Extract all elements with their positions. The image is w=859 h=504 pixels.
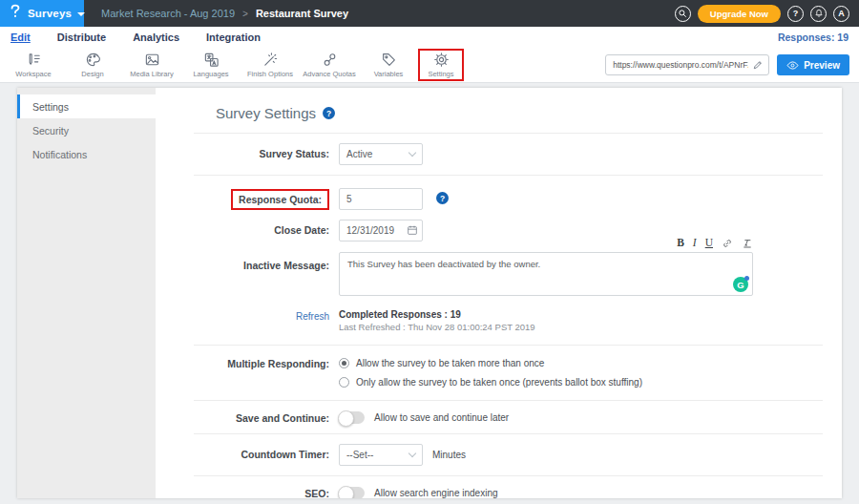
seo-toggle[interactable] — [339, 487, 365, 498]
breadcrumb-separator: > — [242, 9, 248, 19]
links-icon — [322, 52, 338, 68]
survey-url-box — [605, 54, 769, 75]
wand-icon — [262, 52, 279, 68]
image-icon — [144, 52, 160, 68]
translate-icon — [203, 52, 220, 68]
toolbar-item-advance-quotas[interactable]: Advance Quotas — [300, 50, 359, 80]
radio-option-once[interactable]: Only allow the survey to be taken once (… — [339, 377, 642, 388]
refresh-row: Refresh Completed Responses : 19 Last Re… — [194, 304, 823, 337]
nav-tab-edit[interactable]: Edit — [10, 32, 31, 43]
responses-count[interactable]: Responses: 19 — [778, 32, 849, 43]
inactive-message-row: Inactive Message: B I U — [194, 246, 823, 304]
grammarly-icon[interactable]: G — [733, 277, 748, 292]
radio-option-multiple[interactable]: Allow the survey to be taken more than o… — [339, 358, 544, 368]
nav-tab-analytics[interactable]: Analytics — [133, 32, 179, 43]
response-quota-row: Response Quota: ? — [194, 183, 823, 215]
notifications-button[interactable] — [810, 6, 827, 22]
search-button[interactable] — [675, 6, 691, 22]
inactive-message-label: Inactive Message: — [194, 251, 339, 300]
gear-icon — [433, 52, 450, 68]
eye-icon — [786, 60, 799, 71]
sidebar-item-settings[interactable]: Settings — [17, 94, 156, 118]
surveys-menu-label: Surveys — [28, 8, 72, 19]
sidebar-item-security[interactable]: Security — [17, 118, 156, 142]
countdown-timer-label: Countdown Timer: — [194, 444, 339, 466]
survey-status-row: Survey Status: Active — [194, 133, 823, 175]
multiple-responding-label: Multiple Responding: — [194, 358, 339, 388]
toolbar-item-finish-options[interactable]: Finish Options — [241, 50, 300, 80]
completed-responses: Completed Responses : 19 — [339, 309, 535, 320]
surveys-menu[interactable]: Surveys — [0, 0, 84, 27]
title-help-icon[interactable]: ? — [323, 107, 335, 119]
toolbar-item-workspace[interactable]: Workspace — [4, 50, 63, 80]
toolbar-item-variables[interactable]: Variables — [359, 50, 418, 80]
refresh-info: Completed Responses : 19 Last Refreshed … — [339, 309, 535, 332]
toolbar-item-settings[interactable]: Settings — [418, 49, 464, 81]
countdown-timer-row: Countdown Timer: --Set-- Minutes — [194, 433, 823, 475]
survey-status-select[interactable]: Active — [339, 143, 423, 165]
seo-label: SEO: — [194, 486, 339, 498]
app-root: Surveys Market Research - Aug 2019 > Res… — [0, 0, 859, 504]
quota-help-icon[interactable]: ? — [436, 192, 449, 204]
response-quota-label: Response Quota: — [231, 189, 329, 210]
settings-card: Settings Security Notifications Survey S… — [17, 88, 842, 498]
minutes-suffix: Minutes — [432, 450, 466, 460]
countdown-timer-select[interactable]: --Set-- — [339, 444, 423, 466]
upgrade-now-button[interactable]: Upgrade Now — [698, 5, 781, 23]
multiple-responding-row: Multiple Responding: Allow the survey to… — [194, 345, 823, 400]
title-row: Survey Settings ? — [194, 101, 823, 133]
survey-url-input[interactable] — [613, 60, 748, 70]
sidebar-item-notifications[interactable]: Notifications — [17, 142, 156, 166]
page-title: Survey Settings — [216, 105, 316, 121]
tag-icon — [381, 52, 397, 68]
inactive-message-textarea[interactable]: This Survey has been deactivated by the … — [339, 252, 753, 296]
help-button[interactable]: ? — [787, 6, 804, 22]
bell-icon — [814, 9, 824, 18]
toolbar-item-languages[interactable]: Languages — [181, 50, 241, 80]
refresh-link[interactable]: Refresh — [194, 309, 339, 332]
workspace-icon — [26, 52, 42, 68]
save-continue-toggle[interactable] — [339, 411, 365, 424]
quota-group: Response Quota: ? Close Date: — [194, 175, 823, 345]
avatar[interactable]: A — [833, 6, 849, 22]
questionpro-logo-icon — [9, 4, 22, 23]
edit-pencil-icon[interactable] — [752, 59, 764, 71]
chevron-down-icon — [409, 149, 416, 157]
radio-checked-icon — [339, 358, 349, 368]
settings-sidebar: Settings Security Notifications — [17, 88, 156, 498]
remove-format-icon[interactable] — [742, 238, 753, 249]
page-body: Settings Security Notifications Survey S… — [0, 83, 859, 504]
nav-tab-distribute[interactable]: Distribute — [57, 32, 106, 43]
main-nav: Edit Distribute Analytics Integration Re… — [0, 27, 859, 48]
preview-button[interactable]: Preview — [777, 54, 849, 75]
breadcrumb-survey-name: Restaurant Survey — [256, 8, 348, 19]
last-refreshed: Last Refreshed : Thu Nov 28 01:00:24 PST… — [339, 322, 535, 332]
toolbar-item-media-library[interactable]: Media Library — [122, 50, 181, 80]
toolbar-right: Preview — [605, 54, 849, 75]
search-icon — [678, 9, 687, 18]
nav-tab-integration[interactable]: Integration — [206, 32, 261, 43]
radio-unchecked-icon — [339, 377, 349, 388]
top-bar: Surveys Market Research - Aug 2019 > Res… — [0, 0, 859, 27]
underline-button[interactable]: U — [705, 238, 713, 249]
response-quota-input[interactable] — [339, 188, 423, 210]
settings-content: Survey Settings ? Survey Status: Active — [156, 88, 842, 498]
edit-toolbar: Workspace Design Media Library Languages… — [0, 48, 859, 83]
save-continue-label: Save and Continue: — [194, 410, 339, 424]
italic-button[interactable]: I — [693, 238, 697, 249]
close-date-label: Close Date: — [194, 220, 339, 242]
topbar-actions: Upgrade Now ? A — [675, 0, 859, 27]
palette-icon — [85, 52, 101, 68]
breadcrumb: Market Research - Aug 2019 > Restaurant … — [101, 0, 348, 27]
bold-button[interactable]: B — [677, 238, 684, 249]
chevron-down-icon — [77, 12, 85, 16]
survey-status-label: Survey Status: — [194, 143, 339, 165]
calendar-icon[interactable] — [407, 224, 418, 236]
breadcrumb-folder[interactable]: Market Research - Aug 2019 — [101, 8, 235, 19]
link-icon[interactable] — [722, 238, 733, 249]
toolbar-item-design[interactable]: Design — [63, 50, 122, 80]
chevron-down-icon — [409, 450, 416, 457]
save-continue-row: Save and Continue: Allow to save and con… — [194, 400, 823, 433]
seo-row: SEO: Allow search engine indexing — [194, 475, 823, 498]
